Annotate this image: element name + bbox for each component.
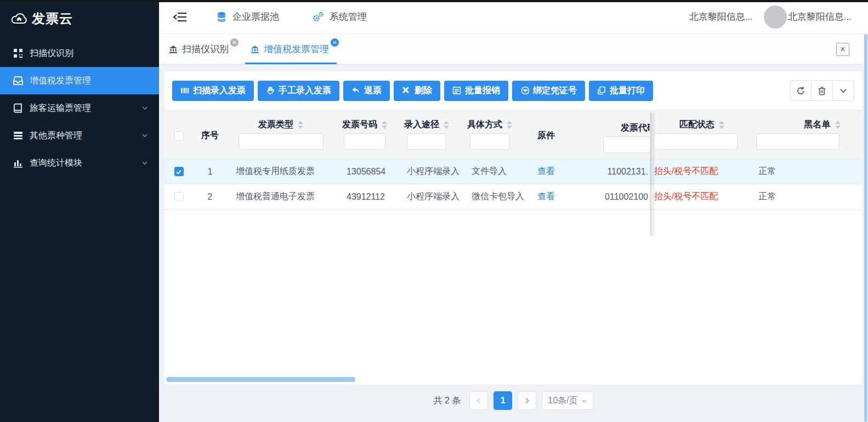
horizontal-scrollbar <box>164 377 862 382</box>
cell-index: 2 <box>193 184 227 209</box>
sort-icon[interactable] <box>835 121 841 129</box>
header-menu-system-management[interactable]: 系统管理 <box>312 10 367 23</box>
delete-button[interactable]: 删除 <box>394 81 440 101</box>
chevron-down-icon <box>141 132 148 139</box>
inbox-icon <box>13 76 23 86</box>
book-icon <box>13 103 23 113</box>
vertical-scrollbar <box>864 34 868 422</box>
filter-invoice-number-input[interactable] <box>344 133 385 150</box>
cell-entry-channel: 小程序端录入 <box>395 159 458 184</box>
prev-page-button[interactable] <box>469 391 488 410</box>
pagination-total: 共 2 条 <box>433 395 461 407</box>
sidebar: 发票云 扫描仪识别 增值税发票管理 旅客运输票管理 <box>0 0 159 422</box>
invoice-table: 序号 发票类型 发票号码 录入途径 具体方式 <box>164 112 862 384</box>
filter-match-status-input[interactable] <box>654 133 737 150</box>
undo-arrow-icon <box>351 86 360 95</box>
table-row[interactable]: 1 增值税专用纸质发票 13056854 小程序端录入 文件导入 查看 1100… <box>164 159 862 184</box>
sort-icon[interactable] <box>719 121 724 129</box>
button-label: 绑定凭证号 <box>533 85 577 97</box>
more-columns-dropdown[interactable] <box>833 80 854 101</box>
stacked-tickets-icon <box>13 131 23 140</box>
column-label: 匹配状态 <box>679 119 714 131</box>
column-match-status: 匹配状态 <box>650 112 754 159</box>
cell-entry-method: 文件导入 <box>458 159 521 184</box>
company-name[interactable]: 北京黎阳信息... <box>689 10 753 23</box>
batch-print-button[interactable]: 批量打印 <box>589 81 653 101</box>
refresh-button[interactable] <box>790 80 812 101</box>
filter-invoice-code-input[interactable] <box>603 137 650 153</box>
tab-close-icon[interactable]: ✕ <box>230 38 239 47</box>
button-label: 批量报销 <box>465 85 500 97</box>
copy-pages-icon <box>597 86 606 95</box>
bar-chart-icon <box>13 158 23 168</box>
page-number-button[interactable]: 1 <box>493 391 512 410</box>
select-all-checkbox[interactable] <box>174 131 184 140</box>
column-invoice-type: 发票类型 <box>227 112 334 159</box>
cell-invoice-number: 13056854 <box>334 159 395 184</box>
sort-icon[interactable] <box>444 121 449 129</box>
sidebar-collapse-icon[interactable] <box>173 11 188 23</box>
page-size-select[interactable]: 10条/页 <box>542 391 593 410</box>
view-original-link[interactable]: 查看 <box>537 191 555 202</box>
tab-vat-invoice-management[interactable]: 增值税发票管理 ✕ <box>241 34 341 64</box>
bind-voucher-button[interactable]: 绑定凭证号 <box>512 81 585 101</box>
sidebar-item-passenger-transport[interactable]: 旅客运输票管理 <box>0 94 159 122</box>
sidebar-item-other-tickets[interactable]: 其他票种管理 <box>0 122 159 149</box>
refund-button[interactable]: 退票 <box>343 81 390 101</box>
user-name[interactable]: 北京黎阳信息... <box>788 10 852 23</box>
scan-entry-button[interactable]: 扫描录入发票 <box>172 81 254 101</box>
column-invoice-code: 发票代码 <box>571 112 650 159</box>
sidebar-menu: 扫描仪识别 增值税发票管理 旅客运输票管理 其他票种管理 <box>0 40 159 177</box>
vertical-scrollbar-thumb[interactable] <box>864 34 867 422</box>
cell-entry-method: 微信卡包导入 <box>458 184 521 209</box>
sidebar-item-query-statistics[interactable]: 查询统计模块 <box>0 149 159 177</box>
cell-invoice-code: 11002131. <box>571 159 650 184</box>
tab-close-icon[interactable]: ✕ <box>331 38 339 47</box>
manual-entry-button[interactable]: 手工录入发票 <box>258 81 339 101</box>
sort-icon[interactable] <box>507 121 512 129</box>
sidebar-item-vat-invoice-management[interactable]: 增值税发票管理 <box>0 67 159 94</box>
table-header-row: 序号 发票类型 发票号码 录入途径 具体方式 <box>164 112 862 159</box>
window-top-edge <box>0 0 868 2</box>
row-checkbox[interactable] <box>174 167 184 176</box>
avatar[interactable] <box>764 5 787 29</box>
header-menu-enterprise-pool[interactable]: 企业票据池 <box>216 10 279 23</box>
horizontal-scrollbar-thumb[interactable] <box>166 377 355 382</box>
tab-scanner-recognition[interactable]: 扫描仪识别 ✕ <box>159 34 241 64</box>
batch-reimburse-button[interactable]: 批量报销 <box>444 81 508 101</box>
sidebar-item-label: 扫描仪识别 <box>30 48 148 59</box>
app-logo: 发票云 <box>0 0 159 33</box>
chevron-down-icon <box>141 105 148 111</box>
row-checkbox[interactable] <box>174 192 184 201</box>
column-blacklist: 黑名单 <box>754 112 862 159</box>
filter-invoice-type-input[interactable] <box>239 133 324 150</box>
tab-label: 扫描仪识别 <box>182 43 229 55</box>
next-page-button[interactable] <box>518 391 536 410</box>
button-label: 退票 <box>364 85 382 97</box>
cell-invoice-type: 增值税普通电子发票 <box>227 184 334 209</box>
form-list-icon <box>452 86 461 95</box>
x-icon <box>402 86 411 95</box>
tab-bar: 扫描仪识别 ✕ 增值税发票管理 ✕ ✕ <box>159 34 868 65</box>
sort-icon[interactable] <box>382 121 387 129</box>
column-label: 具体方式 <box>467 119 502 131</box>
database-icon <box>216 12 227 22</box>
table-row[interactable]: 2 增值税普通电子发票 43912112 小程序端录入 微信卡包导入 查看 01… <box>164 184 862 210</box>
pagination: 共 2 条 1 10条/页 <box>164 389 862 413</box>
column-entry-channel: 录入途径 <box>395 112 458 159</box>
filter-entry-method-input[interactable] <box>470 133 509 150</box>
sort-icon[interactable] <box>298 121 303 129</box>
view-original-link[interactable]: 查看 <box>537 166 555 177</box>
header-right: 北京黎阳信息... 北京黎阳信息... <box>689 5 852 29</box>
sidebar-item-scanner-recognition[interactable]: 扫描仪识别 <box>0 40 159 67</box>
filter-entry-channel-input[interactable] <box>407 133 446 150</box>
button-label: 手工录入发票 <box>279 85 331 97</box>
cell-match-status: 抬头/税号不匹配 <box>650 184 754 209</box>
tab-label: 增值税发票管理 <box>264 43 329 55</box>
close-all-tabs-icon[interactable]: ✕ <box>836 43 849 56</box>
filter-blacklist-input[interactable] <box>756 133 839 150</box>
column-select-all <box>164 112 193 159</box>
trash-button[interactable] <box>812 80 833 101</box>
main-content: 扫描录入发票 手工录入发票 退票 删除 批量报销 <box>159 65 868 422</box>
column-label: 黑名单 <box>804 119 831 131</box>
